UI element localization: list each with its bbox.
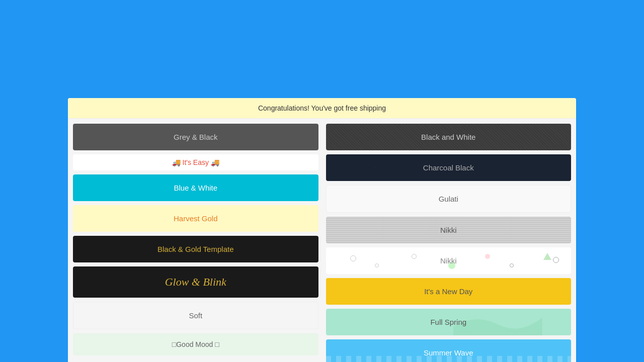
left-column: Grey & Black 🚚 It's Easy 🚚 Blue & White …	[73, 124, 318, 362]
gulati-btn[interactable]: Gulati	[326, 185, 572, 213]
content-area: Grey & Black 🚚 It's Easy 🚚 Blue & White …	[68, 119, 576, 362]
nikki-btn[interactable]: Nikki	[326, 217, 572, 243]
good-mood-btn[interactable]: □Good Mood □	[73, 333, 318, 355]
charcoal-black-btn[interactable]: Charcoal Black	[326, 154, 572, 181]
black-and-white-btn[interactable]: Black and White	[326, 124, 572, 150]
glow-blink-btn[interactable]: Glow & Blink	[73, 266, 318, 298]
blue-white-btn[interactable]: Blue & White	[73, 174, 318, 201]
its-a-new-day-btn[interactable]: It's a New Day	[326, 278, 572, 305]
summer-wave-btn[interactable]: Summer Wave	[326, 339, 572, 362]
soft-btn[interactable]: Soft	[73, 302, 318, 329]
its-easy-label: 🚚 It's Easy 🚚	[73, 154, 318, 170]
shipping-text: Congratulations! You've got free shippin…	[258, 104, 386, 112]
main-container: Congratulations! You've got free shippin…	[68, 98, 576, 362]
grey-black-btn[interactable]: Grey & Black	[73, 124, 318, 150]
black-gold-btn[interactable]: Black & Gold Template	[73, 236, 318, 262]
shipping-banner: Congratulations! You've got free shippin…	[68, 98, 576, 119]
right-column: Black and White Charcoal Black Gulati Ni…	[326, 124, 572, 362]
gift-spark-btn[interactable]: Nikki	[326, 247, 572, 274]
full-spring-btn[interactable]: Full Spring	[326, 309, 572, 335]
harvest-gold-btn[interactable]: Harvest Gold	[73, 205, 318, 232]
